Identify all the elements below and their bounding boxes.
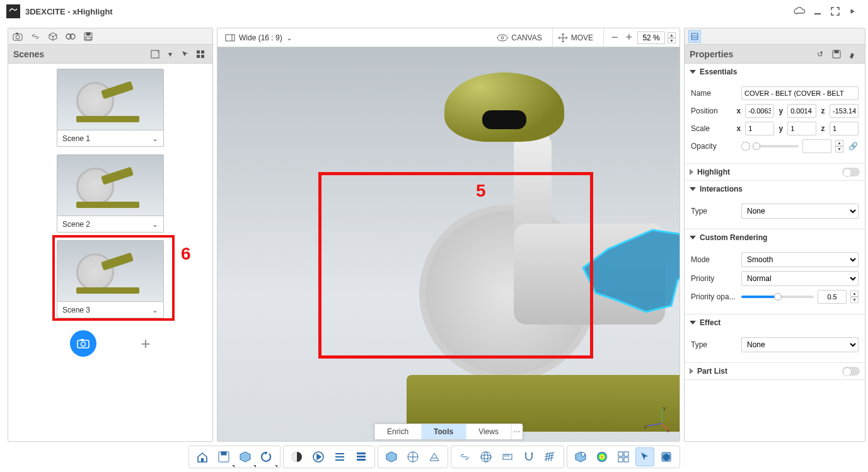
capture-scene-button[interactable]	[70, 330, 96, 357]
svg-rect-26	[692, 33, 698, 40]
cursor-icon[interactable]	[178, 47, 192, 61]
scale-z-input[interactable]	[830, 122, 859, 135]
canvas-mode-button[interactable]: CANVAS	[492, 28, 547, 47]
section-header-interactions[interactable]: Interactions	[685, 181, 865, 197]
minimize-button[interactable]	[809, 3, 826, 20]
box-icon[interactable]	[47, 31, 59, 42]
scene-item[interactable]: Scene 2 ⌄	[57, 154, 164, 233]
priority-opacity-input[interactable]	[818, 290, 847, 304]
scene-item[interactable]: Scene 1 ⌄	[57, 69, 164, 147]
scale-y-input[interactable]	[787, 122, 816, 135]
scene-thumbnail[interactable]	[57, 154, 164, 216]
priority-opacity-step-up[interactable]: ▲	[850, 291, 859, 297]
priority-opacity-step-down[interactable]: ▼	[850, 297, 859, 303]
section-header-part-list[interactable]: Part List	[685, 363, 865, 379]
viewport-3d[interactable]: 5 y z x Enrich Tools Views ⋯	[217, 47, 680, 441]
view-xyz-button[interactable]	[403, 447, 422, 466]
cube-solid-button[interactable]	[382, 447, 401, 466]
name-input[interactable]	[741, 86, 859, 100]
scene-item-active[interactable]: Scene 3 ⌄	[57, 240, 164, 318]
package-button[interactable]	[236, 447, 255, 466]
perspective-button[interactable]	[425, 447, 444, 466]
link-button[interactable]	[455, 447, 474, 466]
isolate-button[interactable]	[657, 447, 676, 466]
section-custom-rendering: Custom Rendering Mode Smooth Priority No…	[685, 229, 865, 314]
section-header-custom-rendering[interactable]: Custom Rendering	[685, 229, 865, 246]
scene-thumbnail[interactable]	[57, 240, 164, 302]
tab-views[interactable]: Views	[466, 424, 511, 439]
opacity-step-up[interactable]: ▲	[835, 140, 843, 146]
undo-icon[interactable]: ↺	[813, 47, 827, 61]
layout-button[interactable]	[614, 447, 633, 466]
select-cursor-button[interactable]	[635, 447, 654, 466]
interaction-type-select[interactable]: None	[741, 204, 859, 219]
axis-gizmo[interactable]: y z x	[643, 405, 672, 434]
brush-icon[interactable]	[846, 47, 860, 61]
shading-button[interactable]	[287, 447, 306, 466]
swap-icon[interactable]	[65, 31, 76, 42]
capture-icon[interactable]	[148, 47, 162, 61]
part-list-toggle[interactable]	[842, 367, 860, 376]
material-button[interactable]	[571, 447, 590, 466]
zoom-in-button[interactable]: +	[623, 31, 635, 44]
dropdown-icon[interactable]: ▾	[163, 47, 177, 61]
camera-icon[interactable]	[12, 31, 23, 42]
zoom-out-button[interactable]: −	[609, 31, 621, 44]
zoom-step-down[interactable]: ▼	[668, 38, 676, 43]
cloud-icon[interactable]	[791, 3, 809, 20]
scene-name-select[interactable]: Scene 1 ⌄	[57, 130, 164, 147]
scale-x-input[interactable]	[745, 122, 774, 135]
color-button[interactable]	[593, 447, 611, 466]
save-button[interactable]	[214, 447, 233, 466]
tab-enrich[interactable]: Enrich	[374, 424, 421, 439]
list-button[interactable]	[330, 447, 349, 466]
save-icon[interactable]	[830, 47, 843, 61]
section-header-essentials[interactable]: Essentials	[685, 64, 865, 80]
selected-part-cover-belt[interactable]	[577, 224, 680, 318]
section-header-effect[interactable]: Effect	[685, 314, 865, 331]
mode-select[interactable]: Smooth	[741, 252, 859, 267]
tabs-grip-icon[interactable]: ⋯	[511, 424, 523, 439]
zoom-step-up[interactable]: ▲	[668, 32, 676, 38]
save-icon[interactable]	[83, 31, 94, 42]
undo-button[interactable]	[257, 447, 276, 466]
scene-name-select[interactable]: Scene 3 ⌄	[57, 302, 164, 318]
opacity-value-input[interactable]	[802, 139, 831, 153]
position-z-input[interactable]	[830, 104, 859, 118]
grid-view-icon[interactable]	[194, 47, 207, 61]
magnet-button[interactable]	[519, 447, 538, 466]
title-bar: 3DEXCITE - xHighlight	[0, 0, 868, 23]
priority-opacity-slider[interactable]	[741, 291, 814, 302]
svg-point-5	[70, 34, 75, 39]
fullscreen-button[interactable]	[826, 3, 844, 20]
link-icon[interactable]: 🔗	[847, 141, 859, 152]
highlight-toggle[interactable]	[842, 168, 860, 176]
opacity-slider[interactable]	[754, 141, 799, 152]
axis-y-label: y	[778, 106, 784, 115]
effect-type-select[interactable]: None	[741, 337, 859, 352]
section-title: Highlight	[697, 168, 838, 176]
scene-thumbnail[interactable]	[57, 69, 164, 130]
home-button[interactable]	[193, 447, 212, 466]
play-button[interactable]	[309, 447, 328, 466]
opacity-step-down[interactable]: ▼	[835, 146, 843, 153]
position-y-input[interactable]	[787, 104, 816, 118]
position-x-input[interactable]	[745, 104, 774, 118]
tab-tools[interactable]: Tools	[421, 424, 466, 439]
link-icon[interactable]	[30, 31, 41, 42]
more-button[interactable]	[844, 3, 862, 20]
ruler-button[interactable]	[498, 447, 517, 466]
grid-button[interactable]	[541, 447, 560, 466]
globe-button[interactable]	[477, 447, 495, 466]
aspect-ratio-select[interactable]: Wide (16 : 9) ⌄	[221, 32, 296, 43]
zoom-input[interactable]	[637, 32, 665, 44]
scene-name-select[interactable]: Scene 2 ⌄	[57, 216, 164, 233]
section-title: Effect	[700, 318, 860, 327]
move-mode-button[interactable]: MOVE	[552, 28, 598, 47]
stack-button[interactable]	[352, 447, 371, 466]
priority-select[interactable]: Normal	[741, 271, 859, 286]
section-header-highlight[interactable]: Highlight	[685, 164, 865, 180]
name-label: Name	[691, 89, 738, 98]
add-scene-button[interactable]: +	[141, 334, 150, 354]
properties-tab-icon[interactable]	[688, 30, 701, 43]
